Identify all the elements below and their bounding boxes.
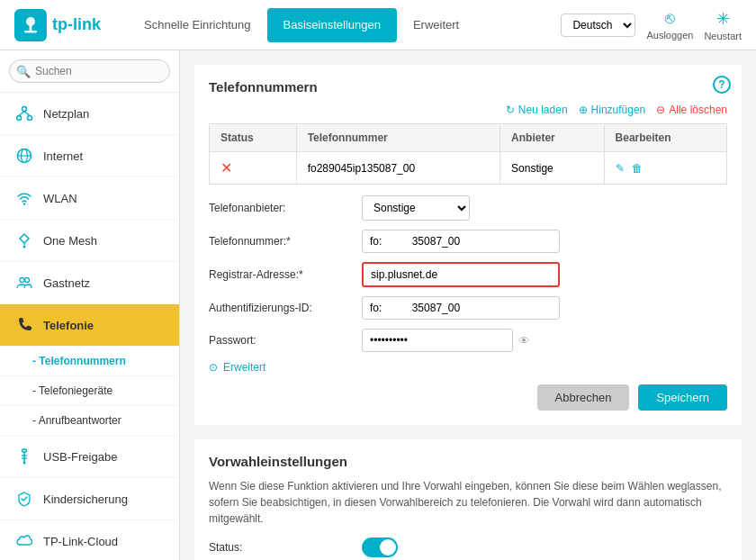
main-content: Telefonnummern ? ↻ Neu laden ⊕ Hinzufüge… [180,50,756,560]
gastnetz-label: Gastnetz [43,276,90,290]
auth-row: Authentifizierungs-ID: [209,296,727,320]
tab-schnelle-einrichtung[interactable]: Schnelle Einrichtung [128,0,267,50]
svg-point-12 [23,203,25,204]
language-select[interactable]: Deutsch English [561,14,635,37]
reload-button[interactable]: ↻ Neu laden [506,104,568,116]
header-actions: Deutsch English ⎋ Ausloggen ✳ Neustart [561,9,742,41]
sidebar-item-kindersicherung[interactable]: Kindersicherung [0,478,179,520]
reload-icon: ↻ [506,104,515,116]
search-wrap: 🔍 [9,59,170,83]
reload-label: Neu laden [518,104,568,116]
erweitert-toggle[interactable]: ⊙ Erweitert [209,361,727,374]
vorwahl-status-toggle[interactable] [362,537,398,557]
neustart-button[interactable]: ✳ Neustart [704,9,742,41]
col-bearbeiten: Bearbeiten [604,124,726,152]
search-input[interactable] [9,59,170,83]
registrar-input[interactable] [362,262,560,287]
sidebar-item-usb[interactable]: USB-Freigabe [0,436,179,478]
telefonie-icon [14,315,34,335]
vorwahl-description: Wenn Sie diese Funktion aktivieren und I… [209,478,727,527]
edit-icon[interactable]: ✎ [616,162,625,175]
table-row[interactable]: ✕ fo289045ip135087_00 Sonstige ✎ 🗑 [210,152,727,185]
sidebar-item-internet[interactable]: Internet [0,135,179,177]
vorwahl-card: Vorwahleinstellungen Wenn Sie diese Funk… [194,439,742,560]
password-wrap: 👁 [362,329,530,352]
telefonnummern-card: Telefonnummern ? ↻ Neu laden ⊕ Hinzufüge… [194,65,742,425]
form-actions: Abbrechen Speichern [209,384,727,411]
add-button[interactable]: ⊕ Hinzufügen [579,104,646,116]
svg-point-13 [23,246,26,248]
restart-icon: ✳ [716,9,730,29]
ausloggen-label: Ausloggen [646,30,693,41]
logo-icon [14,9,47,41]
eye-icon[interactable]: 👁 [518,334,530,348]
wlan-label: WLAN [43,192,77,205]
svg-point-16 [25,278,30,283]
svg-rect-17 [22,449,27,452]
search-icon: 🔍 [16,65,31,78]
registrar-row: Registrar-Adresse:* [209,262,727,287]
passwort-row: Passwort: 👁 [209,329,727,352]
col-anbieter: Anbieter [500,124,604,152]
nav-tabs: Schnelle Einrichtung Basiseinstellungen … [128,0,561,50]
svg-point-15 [20,278,24,283]
delete-row-icon[interactable]: 🗑 [632,162,643,175]
internet-icon [14,146,34,166]
sidebar-subitem-telefoniegeraete[interactable]: - Telefoniegeräte [0,376,179,406]
telefonanbieter-select[interactable]: Sonstige [362,195,470,221]
usb-icon [14,447,34,466]
status-error-icon: ✕ [220,160,232,176]
table-toolbar: ↻ Neu laden ⊕ Hinzufügen ⊖ Alle löschen [209,104,727,116]
telefonnummer-form-label: Telefonnummer:* [209,235,362,248]
cloud-icon [14,531,34,551]
erweitert-chevron-icon: ⊙ [209,361,218,374]
sidebar-subitem-telefonnummern[interactable]: - Telefonnummern [0,347,179,376]
cell-anbieter: Sonstige [500,152,604,185]
sidebar: 🔍 Netzplan Internet WLAN [0,50,180,560]
telefonanbieter-label: Telefonanbieter: [209,202,362,214]
vorwahl-title: Vorwahleinstellungen [209,454,727,469]
kindersicherung-label: Kindersicherung [43,492,128,506]
sidebar-item-onemesh[interactable]: One Mesh [0,220,179,262]
internet-label: Internet [43,149,83,163]
passwort-input[interactable] [362,329,513,352]
cloud-label: TP-Link-Cloud [43,535,118,548]
svg-point-6 [28,116,32,121]
ausloggen-button[interactable]: ⎋ Ausloggen [646,9,693,41]
delete-icon: ⊖ [656,104,665,116]
cell-bearbeiten: ✎ 🗑 [604,152,726,185]
help-icon[interactable]: ? [713,76,731,94]
telefonnummer-input[interactable] [362,230,560,253]
sidebar-item-gastnetz[interactable]: Gastnetz [0,262,179,304]
col-status: Status [210,124,297,152]
onemesh-icon [14,230,34,250]
netzplan-icon [14,104,34,123]
auth-input[interactable] [362,296,560,320]
telefonnummer-row: Telefonnummer:* [209,230,727,253]
telefonnummern-table: Status Telefonnummer Anbieter Bearbeiten… [209,123,727,185]
delete-all-button[interactable]: ⊖ Alle löschen [656,104,727,116]
telefonanbieter-row: Telefonanbieter: Sonstige [209,195,727,221]
sidebar-item-wlan[interactable]: WLAN [0,177,179,220]
header: tp-link Schnelle Einrichtung Basiseinste… [0,0,756,50]
svg-line-8 [24,112,30,116]
sidebar-item-netzplan[interactable]: Netzplan [0,93,179,135]
tab-basiseinstellungen[interactable]: Basiseinstellungen [267,8,397,42]
logo: tp-link [14,9,101,41]
svg-point-4 [22,107,27,112]
svg-point-5 [17,116,22,121]
sidebar-item-cloud[interactable]: TP-Link-Cloud [0,520,179,560]
abbrechen-button[interactable]: Abbrechen [537,384,630,411]
add-icon: ⊕ [579,104,588,116]
delete-label: Alle löschen [669,104,727,116]
speichern-button-form[interactable]: Speichern [638,384,727,411]
cell-status: ✕ [210,152,297,185]
col-telefonnummer: Telefonnummer [296,124,500,152]
usb-label: USB-Freigabe [43,450,117,464]
tab-erweitert[interactable]: Erweitert [397,0,475,50]
vorwahl-status-label: Status: [209,541,362,554]
sidebar-item-telefonie[interactable]: Telefonie [0,304,179,347]
sidebar-subitem-anrufbeantworter[interactable]: - Anrufbeantworter [0,406,179,436]
erweitert-toggle-label: Erweitert [223,361,266,374]
logo-text: tp-link [52,15,101,34]
